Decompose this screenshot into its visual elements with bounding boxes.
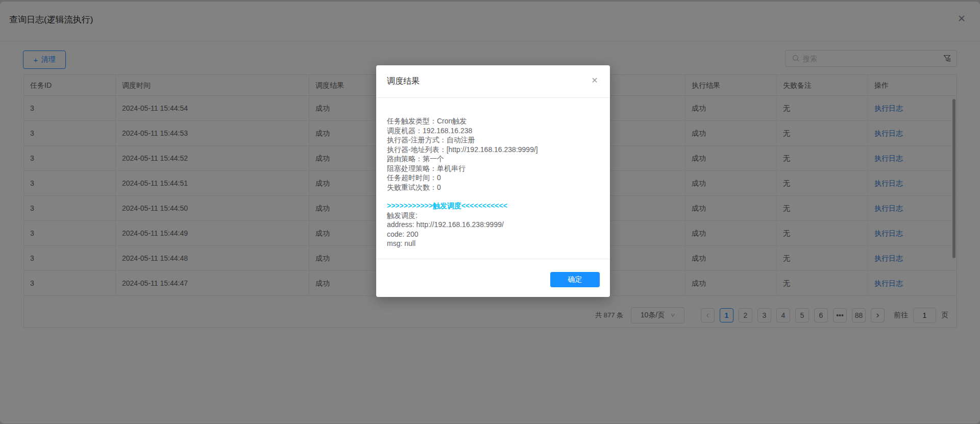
info-line: 失败重试次数：0	[387, 183, 599, 192]
info-line: 执行器-注册方式：自动注册	[387, 135, 599, 145]
modal-close-icon[interactable]: ✕	[589, 74, 601, 87]
info-line: 阻塞处理策略：单机串行	[387, 164, 599, 173]
info-line: 任务触发类型：Cron触发	[387, 116, 599, 126]
ok-button[interactable]: 确定	[550, 272, 600, 287]
result-line: msg: null	[387, 239, 599, 248]
info-line: 路由策略：第一个	[387, 154, 599, 164]
result-line: code: 200	[387, 230, 599, 239]
result-line: address: http://192.168.16.238:9999/	[387, 220, 599, 230]
result-line: 触发调度:	[387, 211, 599, 220]
info-line: 调度机器：192.168.16.238	[387, 126, 599, 136]
info-line: 执行器-地址列表：[http://192.168.16.238:9999/]	[387, 145, 599, 155]
info-line: 任务超时时间：0	[387, 173, 599, 183]
modal-header: 调度结果 ✕	[376, 65, 610, 98]
dispatch-result-modal: 调度结果 ✕ 任务触发类型：Cron触发调度机器：192.168.16.238执…	[376, 65, 610, 297]
modal-body: 任务触发类型：Cron触发调度机器：192.168.16.238执行器-注册方式…	[387, 116, 599, 248]
modal-title: 调度结果	[387, 76, 420, 87]
modal-footer: 确定	[376, 259, 610, 297]
trigger-highlight-line: >>>>>>>>>>>触发调度<<<<<<<<<<<	[387, 201, 599, 211]
